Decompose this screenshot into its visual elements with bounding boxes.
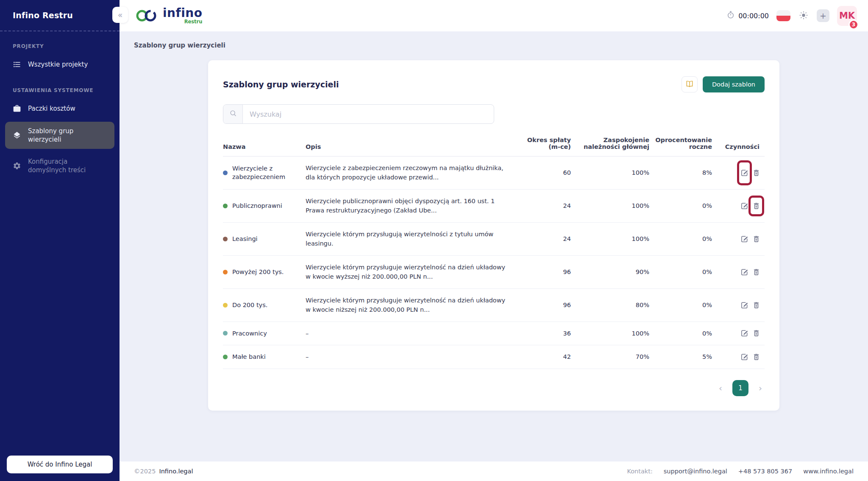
row-desc: Wierzyciele którym przysługuje wierzytel… — [306, 263, 521, 282]
column-header-okres: Okres spłaty (m-ce) — [521, 137, 576, 150]
edit-button[interactable] — [740, 169, 748, 177]
row-zaspokojenie: 100% — [576, 330, 654, 337]
row-oprocentowanie: 8% — [654, 169, 717, 176]
add-quick-button[interactable]: + — [817, 9, 829, 22]
app-window: Infino Restru PROJEKTY Wszystkie projekt… — [0, 0, 868, 481]
row-name: Pracownicy — [232, 329, 267, 338]
delete-button[interactable] — [752, 353, 760, 361]
table-body: Wierzyciele z zabezpieczeniem Wierzyciel… — [223, 157, 765, 369]
row-okres: 24 — [521, 235, 576, 242]
row-desc: – — [306, 352, 521, 361]
sidebar-item-wszystkie-projekty[interactable]: Wszystkie projekty — [5, 55, 114, 74]
trash-icon — [752, 169, 760, 177]
search-bar — [223, 104, 494, 124]
row-okres: 36 — [521, 330, 576, 337]
table-row: Małe banki – 42 70% 5% — [223, 345, 765, 369]
timer-value: 00:00:00 — [738, 12, 769, 20]
edit-icon — [740, 202, 748, 210]
row-desc: Wierzyciele którym przysługuje wierzytel… — [306, 296, 521, 315]
footer-phone-link[interactable]: +48 573 805 367 — [738, 468, 792, 475]
sidebar-item-paczki-kosztow[interactable]: Paczki kosztów — [5, 99, 114, 118]
trash-icon — [752, 301, 760, 309]
row-name: Wierzyciele z zabezpieczeniem — [232, 164, 296, 182]
delete-button[interactable] — [752, 235, 760, 243]
sidebar-item-szablony-grup[interactable]: Szablony grup wierzycieli — [5, 122, 114, 149]
pagination-prev-icon[interactable]: ‹ — [719, 383, 722, 393]
trash-icon — [752, 268, 760, 276]
row-name: Leasingi — [232, 235, 258, 243]
delete-button[interactable] — [752, 169, 760, 177]
edit-button[interactable] — [740, 329, 748, 337]
back-to-infino-legal-button[interactable]: Wróć do Infino Legal — [7, 456, 113, 473]
row-desc: Wierzyciele publicznoprawni objęci dyspo… — [306, 196, 521, 215]
brand-sub: Restru — [163, 20, 202, 25]
delete-button[interactable] — [752, 301, 760, 309]
sidebar-section-projekty: PROJEKTY — [0, 31, 120, 53]
row-okres: 42 — [521, 353, 576, 360]
add-template-button[interactable]: Dodaj szablon — [703, 76, 765, 92]
row-name: Powyżej 200 tys. — [232, 268, 284, 276]
edit-icon — [740, 301, 748, 309]
row-oprocentowanie: 0% — [654, 330, 717, 337]
group-color-dot — [223, 204, 228, 208]
plus-icon: + — [820, 11, 826, 20]
row-desc: Wierzyciele z zabezpieczeniem rzeczowym … — [306, 163, 521, 182]
column-header-nazwa: Nazwa — [223, 143, 306, 150]
theme-toggle-button[interactable] — [798, 10, 809, 22]
group-color-dot — [223, 303, 228, 308]
pagination: ‹ 1 › — [223, 380, 765, 396]
brand-logo: infino Restru — [134, 7, 202, 25]
edit-icon — [740, 353, 748, 361]
delete-button[interactable] — [752, 268, 760, 276]
search-input[interactable] — [243, 105, 494, 123]
sidebar-title: Infino Restru — [0, 0, 120, 31]
row-oprocentowanie: 0% — [654, 235, 717, 242]
main-area: infino Restru 00:00:00 — [120, 0, 868, 481]
briefcase-icon — [13, 104, 21, 113]
table-row: Do 200 tys. Wierzyciele którym przysługu… — [223, 289, 765, 322]
table-row: Pracownicy – 36 100% 0% — [223, 322, 765, 345]
row-name: Małe banki — [232, 352, 266, 361]
search-segment[interactable] — [223, 105, 243, 123]
pagination-page-1[interactable]: 1 — [732, 380, 748, 396]
edit-button[interactable] — [740, 235, 748, 243]
sidebar-item-konfiguracja[interactable]: Konfiguracja domyślnych treści — [5, 152, 114, 180]
row-zaspokojenie: 80% — [576, 302, 654, 308]
row-okres: 24 — [521, 202, 576, 209]
edit-button[interactable] — [740, 202, 748, 210]
footer-email-link[interactable]: support@infino.legal — [664, 468, 727, 475]
row-zaspokojenie: 100% — [576, 235, 654, 242]
edit-button[interactable] — [740, 268, 748, 276]
column-header-opis: Opis — [306, 143, 521, 150]
gear-icon — [13, 162, 21, 170]
delete-button[interactable] — [752, 202, 760, 210]
content-area: Szablony grup wierzycieli Szablony grup … — [120, 31, 868, 461]
edit-button[interactable] — [740, 353, 748, 361]
trash-icon — [752, 353, 760, 361]
trash-icon — [752, 235, 760, 243]
delete-button[interactable] — [752, 329, 760, 337]
group-color-dot — [223, 355, 228, 359]
footer: ©2025 Infino.legal Kontakt: support@infi… — [120, 461, 868, 481]
language-flag-poland[interactable] — [776, 10, 790, 21]
topbar-right: 00:00:00 — [726, 6, 857, 26]
documentation-button[interactable] — [682, 76, 698, 92]
edit-button[interactable] — [740, 301, 748, 309]
brand-name: infino — [163, 7, 202, 19]
row-zaspokojenie: 70% — [576, 353, 654, 360]
row-zaspokojenie: 100% — [576, 202, 654, 209]
edit-icon — [740, 235, 748, 243]
user-avatar[interactable]: MK 3 — [837, 6, 857, 26]
row-desc: – — [306, 329, 521, 338]
sidebar-collapse-button[interactable]: « — [112, 7, 128, 23]
footer-website-link[interactable]: www.infino.legal — [803, 468, 854, 475]
row-okres: 96 — [521, 302, 576, 308]
sidebar-item-label: Wszystkie projekty — [28, 60, 88, 69]
group-color-dot — [223, 331, 228, 336]
notification-badge: 3 — [849, 20, 859, 30]
infinity-logo-icon — [134, 8, 159, 24]
pagination-next-icon[interactable]: › — [759, 383, 762, 393]
row-name: Publicznoprawni — [232, 201, 282, 210]
row-okres: 96 — [521, 268, 576, 275]
table-row: Wierzyciele z zabezpieczeniem Wierzyciel… — [223, 157, 765, 190]
